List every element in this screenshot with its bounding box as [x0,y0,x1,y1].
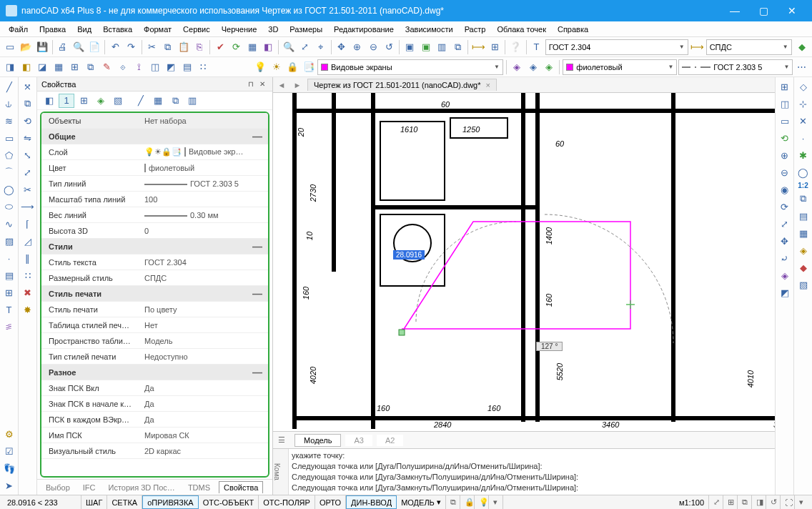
props-tool-9[interactable]: ▥ [184,94,200,108]
props-row[interactable]: Таблица стилей печ…Нет [41,317,268,333]
print-preview-button[interactable]: 🔍 [71,39,86,55]
selection-b-button[interactable]: ▣ [419,39,433,55]
mline-tool[interactable]: ≋ [1,113,17,129]
pin-icon[interactable]: ⊓ [245,79,257,90]
linetype-mgr-button[interactable]: ⋯ [794,59,809,75]
spell-button[interactable]: ✔ [213,39,227,55]
lock-icon[interactable]: 🔒 [285,59,300,75]
props-row[interactable]: Тип линийГОСТ 2.303 5 [41,176,268,192]
props-row[interactable]: Стиль печатиПо цвету [41,302,268,317]
menu-Растр[interactable]: Растр [459,24,492,35]
tab-a3[interactable]: A3 [345,435,372,446]
arc-tool[interactable]: ⌒ [1,164,17,180]
status-toggle-ОРТО[interactable]: ОРТО [315,495,346,509]
nav-tool-5[interactable]: ⊕ [777,147,793,163]
dim-style-dropdown[interactable]: СПДС▼ [706,39,792,55]
tool-a1[interactable]: ◨ [3,59,18,75]
text-tool[interactable]: T [1,302,17,317]
nav-tool-13[interactable]: ◩ [777,285,793,300]
snap-tool-6[interactable]: ◯ [796,164,811,180]
copy-tool[interactable]: ⧉ [20,96,36,112]
props-row[interactable]: Высота 3D0 [41,223,268,239]
zoom-window-button[interactable]: ⤢ [297,39,312,55]
tool-a12[interactable]: ▤ [180,59,195,75]
nav-tool-10[interactable]: ✥ [777,233,793,249]
document-tab[interactable]: Чертеж из ГОСТ 21.501-2011 (nanoCAD).dwg… [307,79,497,91]
trim-tool[interactable]: ✂ [20,182,36,197]
misc-tool-2[interactable]: ☑ [1,443,17,459]
polygon-tool[interactable]: ⬠ [1,147,17,163]
layer-tool-2[interactable]: ◈ [525,59,540,75]
open-file-button[interactable]: 📂 [19,39,33,55]
canvas[interactable]: 1610 1250 60 60 60 20 10 2730 160 4020 1… [273,93,775,431]
props-row[interactable]: Масштаб типа линий100 [41,192,268,207]
line-tool[interactable]: ╱ [1,79,17,94]
measure-button[interactable]: ⟼ [471,39,486,55]
menu-Вставка[interactable]: Вставка [97,24,138,35]
snap-tool-3[interactable]: ✕ [796,113,811,129]
cut-button[interactable]: ✂ [144,39,159,55]
text-style-dropdown[interactable]: ГОСТ 2.304▼ [545,39,688,55]
snap-tool-11[interactable]: ◆ [796,260,811,275]
new-file-button[interactable]: ▭ [3,39,17,55]
props-row[interactable]: Пространство табли…Модель [41,333,268,349]
props-group[interactable]: Стили— [41,239,268,254]
menu-Правка[interactable]: Правка [34,24,71,35]
region-tool[interactable]: ▤ [1,267,17,283]
regen-button[interactable]: ↺ [382,39,396,55]
nav-tool-8[interactable]: ⟳ [777,199,793,214]
undo-button[interactable]: ↶ [108,39,122,55]
zoom-realtime-button[interactable]: 🔍 [282,39,296,55]
snap-tool-12[interactable]: ▧ [796,277,811,292]
spline-tool[interactable]: ∿ [1,216,17,232]
move-tool[interactable]: ⤧ [20,79,36,94]
status-end-4[interactable]: ◨ [752,495,766,509]
status-icon-3[interactable]: 💡 [475,495,489,509]
props-tool-3[interactable]: ⊞ [76,94,91,108]
snap-tool-4[interactable]: · [796,130,811,146]
props-row[interactable]: Имя ПСКМировая СК [41,428,268,443]
props-group[interactable]: Стиль печати— [41,286,268,302]
props-group[interactable]: Общие— [41,129,268,144]
tool-a13[interactable]: ∷ [196,59,211,75]
zoom-in-button[interactable]: ⊕ [350,39,365,55]
props-row[interactable]: Стиль текстаГОСТ 2.304 [41,254,268,270]
tool-a5[interactable]: ⊞ [67,59,82,75]
props-tool-5[interactable]: ▧ [110,94,126,108]
ellipse-tool[interactable]: ⬭ [1,199,17,214]
props-row[interactable]: Знак ПСК в начале к…Да [41,396,268,412]
props-tab-3[interactable]: TDMS [184,482,214,493]
copy-button[interactable]: ⧉ [161,39,175,55]
nav-tool-7[interactable]: ◉ [777,182,793,197]
status-end-6[interactable]: ⛶ [781,495,795,509]
status-icon-2[interactable]: 🔒 [460,495,475,509]
props-row[interactable]: Знак ПСК ВклДа [41,380,268,396]
copy-props-button[interactable]: ⎘ [192,39,207,55]
command-line-content[interactable]: укажите точку: Следующая точка или [Дуга… [289,449,775,495]
menu-Черчение[interactable]: Черчение [216,24,263,35]
menu-Формат[interactable]: Формат [138,24,177,35]
props-row[interactable]: Размерный стильСПДС [41,270,268,286]
linetype-dropdown[interactable]: ГОСТ 2.303 5▼ [678,59,793,75]
status-icon-4[interactable]: ▾ [489,495,503,509]
tool-a9[interactable]: ⟟ [132,59,147,75]
tool-a7[interactable]: ✎ [99,59,114,75]
block-button[interactable]: ▦ [245,39,259,55]
menu-Зависимости[interactable]: Зависимости [400,24,459,35]
status-end-7[interactable]: ▾ [795,495,809,509]
menu-Редактирование[interactable]: Редактирование [328,24,400,35]
sun-icon[interactable]: ☀ [269,59,284,75]
menu-Вид[interactable]: Вид [71,24,97,35]
maximize-button[interactable]: ▢ [749,0,778,21]
props-tool-8[interactable]: ⧉ [167,94,183,108]
status-toggle-ОТС-ОБЪЕКТ[interactable]: ОТС-ОБЪЕКТ [199,495,259,509]
scale-indicator[interactable]: м1:100 [675,495,709,509]
redo-button[interactable]: ↷ [124,39,138,55]
props-tool-2[interactable]: 1 [59,94,74,108]
nav-tool-12[interactable]: ◈ [777,267,793,283]
menu-3D[interactable]: 3D [262,24,284,35]
props-tab-0[interactable]: Выбор [41,482,74,493]
zoom-out-button[interactable]: ⊖ [366,39,380,55]
chamfer-tool[interactable]: ◿ [20,233,36,249]
tool-a4[interactable]: ▦ [51,59,66,75]
